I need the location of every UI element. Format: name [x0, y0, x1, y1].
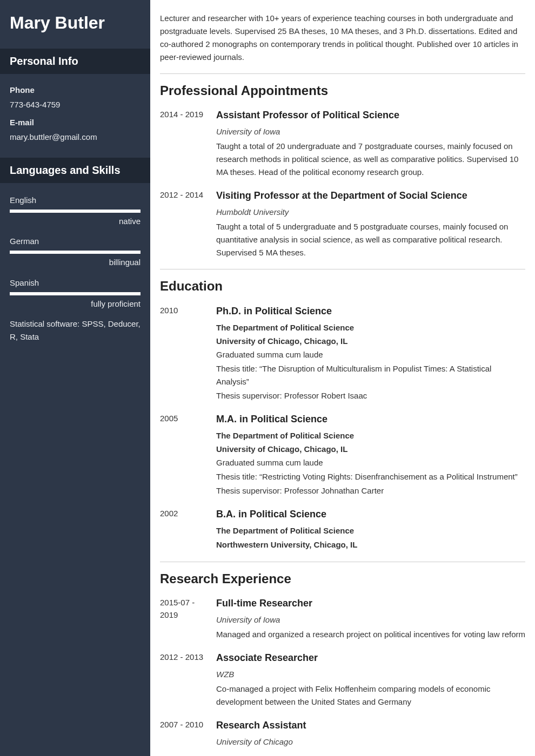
- entry-date: 2010: [160, 304, 216, 402]
- research-entry: 2015-07 - 2019 Full-time Researcher Univ…: [160, 596, 525, 641]
- language-item: Spanish fully proficient: [10, 276, 141, 310]
- entry-university: Northwestern University, Chicago, IL: [216, 538, 525, 551]
- person-name: Mary Butler: [0, 0, 150, 49]
- entry-dept: The Department of Political Science: [216, 524, 525, 537]
- skill-bar: [10, 251, 141, 254]
- entry-date: 2014 - 2019: [160, 108, 216, 179]
- entry-title: Full-time Researcher: [216, 596, 525, 611]
- entry-org: Humboldt University: [216, 206, 525, 218]
- research-entry: 2012 - 2013 Associate Researcher WZB Co-…: [160, 651, 525, 708]
- entry-honors: Graduated summa cum laude: [216, 456, 525, 469]
- entry-title: Visiting Professor at the Department of …: [216, 188, 525, 204]
- education-entry: 2002 B.A. in Political Science The Depar…: [160, 507, 525, 551]
- education-entry: 2010 Ph.D. in Political Science The Depa…: [160, 304, 525, 402]
- language-item: German billingual: [10, 235, 141, 269]
- entry-title: Associate Researcher: [216, 651, 525, 666]
- entry-body: B.A. in Political Science The Department…: [216, 507, 525, 551]
- divider: [160, 269, 525, 269]
- sidebar: Mary Butler Personal Info Phone 773-643-…: [0, 0, 150, 756]
- entry-org: University of Iowa: [216, 613, 525, 626]
- main-content: Lecturer and researcher with 10+ years o…: [150, 0, 535, 756]
- language-name: German: [10, 235, 141, 247]
- appointment-entry: 2012 - 2014 Visiting Professor at the De…: [160, 188, 525, 259]
- entry-title: Ph.D. in Political Science: [216, 304, 525, 319]
- entry-body: Assistant Professor of Political Science…: [216, 108, 525, 179]
- entry-date: 2012 - 2014: [160, 188, 216, 259]
- entry-university: University of Chicago, Chicago, IL: [216, 335, 525, 347]
- skill-bar: [10, 210, 141, 213]
- entry-body: Associate Researcher WZB Co-managed a pr…: [216, 651, 525, 708]
- email-value: mary.buttler@gmail.com: [10, 131, 141, 143]
- appointment-entry: 2014 - 2019 Assistant Professor of Polit…: [160, 108, 525, 179]
- languages-skills-block: English native German billingual Spanish…: [0, 183, 150, 353]
- entry-org: WZB: [216, 668, 525, 680]
- entry-date: 2015-07 - 2019: [160, 596, 216, 641]
- language-name: English: [10, 194, 141, 206]
- entry-desc: Taught a total of 20 undergraduate and 7…: [216, 140, 525, 179]
- education-entry: 2005 M.A. in Political Science The Depar…: [160, 412, 525, 497]
- entry-date: 2007 - 2010: [160, 718, 216, 750]
- entry-thesis: Thesis title: “Restricting Voting Rights…: [216, 470, 525, 483]
- entry-title: M.A. in Political Science: [216, 412, 525, 427]
- entry-thesis: Thesis title: “The Disruption of Multicu…: [216, 362, 525, 388]
- skills-text: Statistical software: SPSS, Deducer, R, …: [10, 318, 141, 343]
- entry-desc: Taught a total of 5 undergraduate and 5 …: [216, 220, 525, 259]
- divider: [160, 73, 525, 74]
- research-heading: Research Experience: [160, 569, 525, 589]
- personal-info-block: Phone 773-643-4759 E-mail mary.buttler@g…: [0, 74, 150, 158]
- entry-supervisor: Thesis supervisor: Professor Robert Isaa…: [216, 389, 525, 402]
- email-label: E-mail: [10, 116, 141, 129]
- phone-label: Phone: [10, 84, 141, 96]
- personal-info-heading: Personal Info: [0, 49, 150, 74]
- language-item: English native: [10, 194, 141, 228]
- divider: [160, 562, 525, 562]
- entry-honors: Graduated summa cum laude: [216, 348, 525, 361]
- entry-body: Research Assistant University of Chicago: [216, 718, 525, 750]
- entry-org: University of Chicago: [216, 735, 525, 748]
- entry-date: 2012 - 2013: [160, 651, 216, 708]
- entry-desc: Managed and organized a research project…: [216, 628, 525, 641]
- entry-date: 2005: [160, 412, 216, 497]
- entry-body: M.A. in Political Science The Department…: [216, 412, 525, 497]
- language-level: billingual: [10, 256, 141, 268]
- education-heading: Education: [160, 276, 525, 296]
- phone-value: 773-643-4759: [10, 98, 141, 111]
- skill-bar: [10, 292, 141, 295]
- entry-date: 2002: [160, 507, 216, 551]
- entry-supervisor: Thesis supervisor: Professor Johnathan C…: [216, 484, 525, 497]
- research-entry: 2007 - 2010 Research Assistant Universit…: [160, 718, 525, 750]
- language-name: Spanish: [10, 276, 141, 289]
- entry-body: Visiting Professor at the Department of …: [216, 188, 525, 259]
- entry-dept: The Department of Political Science: [216, 429, 525, 442]
- entry-title: Assistant Professor of Political Science: [216, 108, 525, 123]
- appointments-heading: Professional Appointments: [160, 80, 525, 100]
- summary-text: Lecturer and researcher with 10+ years o…: [160, 12, 525, 64]
- entry-title: Research Assistant: [216, 718, 525, 733]
- entry-desc: Co-managed a project with Felix Hoffenhe…: [216, 683, 525, 708]
- languages-skills-heading: Languages and Skills: [0, 158, 150, 183]
- entry-title: B.A. in Political Science: [216, 507, 525, 522]
- entry-dept: The Department of Political Science: [216, 321, 525, 334]
- language-level: fully proficient: [10, 298, 141, 310]
- entry-university: University of Chicago, Chicago, IL: [216, 443, 525, 455]
- language-level: native: [10, 215, 141, 227]
- entry-body: Ph.D. in Political Science The Departmen…: [216, 304, 525, 402]
- resume-page: Mary Butler Personal Info Phone 773-643-…: [0, 0, 535, 756]
- entry-body: Full-time Researcher University of Iowa …: [216, 596, 525, 641]
- entry-org: University of Iowa: [216, 125, 525, 138]
